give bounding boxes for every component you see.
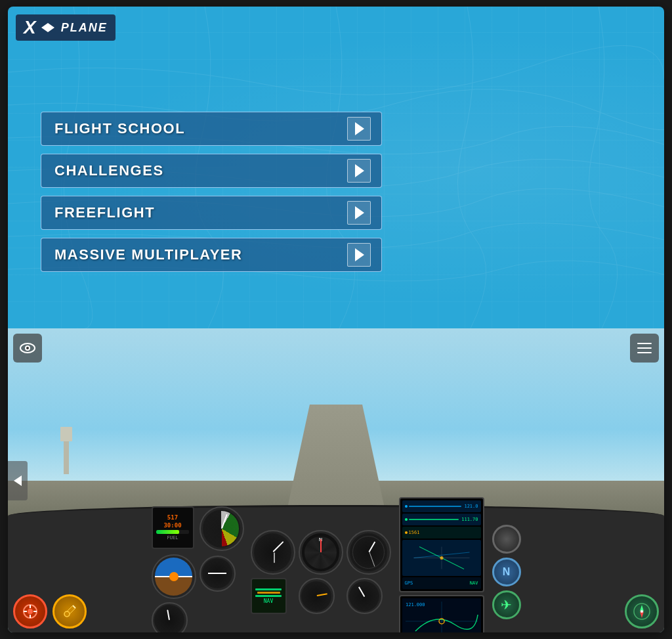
flight-school-arrow [347,117,371,141]
gps-display: 121.0 111.70 1561 [399,497,484,592]
gps-display-2: 121.000 GPS [399,595,484,632]
ham-line-1 [637,343,652,344]
alt-needle-2 [274,552,275,563]
app-container: X PLANE FLIGHT SCHOOL CHALLENGES [8,7,664,632]
tower-top [60,427,72,441]
gps-row-2: 111.70 [402,514,481,525]
ham-line-3 [637,352,652,353]
gps-map-area [402,540,481,576]
compass-n: N [503,566,511,578]
bottom-toolbar [13,594,87,628]
adf-needle [317,593,327,596]
cockpit-menu-button[interactable] [630,334,659,363]
fuel-display: 517 30:00 FUEL [152,506,194,549]
rpm-gauge [346,578,383,614]
settings-button[interactable] [52,594,87,628]
svg-text:121.000: 121.000 [406,602,425,607]
menu-panel: X PLANE FLIGHT SCHOOL CHALLENGES [8,7,664,328]
clock-face [352,536,385,569]
nav-display-1: NAV [251,578,287,614]
challenges-button[interactable]: CHALLENGES [41,154,382,188]
nav-knob-1[interactable] [492,525,521,554]
freeflight-label: FREEFLIGHT [54,204,155,221]
gps-row-4: GPS NAV [402,577,481,589]
main-menu: FLIGHT SCHOOL CHALLENGES FREEFLIGHT MASS… [41,112,382,272]
app-logo: X PLANE [16,14,116,41]
logo-plane-text: PLANE [61,21,108,35]
nav-line-2 [257,592,280,594]
tc-bar [208,573,226,574]
clock [346,530,391,575]
far-right-controls: N ✈ [492,525,521,619]
gps-freq-2: 111.70 [461,517,478,522]
nav-text-1: NAV [264,598,273,604]
freeflight-arrow [347,201,371,225]
hi-needle [320,539,322,552]
alt-inner [254,533,292,571]
adf-inner [301,581,331,611]
fuel-value-2: 30:00 [163,522,181,529]
gps-label-1: GPS [405,581,413,586]
gps-line-1 [409,506,462,507]
right-panel: 121.0 111.70 1561 [399,497,484,632]
ham-line-2 [637,347,652,349]
gps-dot-3 [405,531,408,534]
chevron-right-icon-4 [355,248,364,261]
clock-inner [350,533,388,571]
gps-svg-2: 121.000 GPS [402,598,481,632]
alt-needle-1 [272,541,284,552]
vs-inner [154,605,184,632]
gps-alt: 1561 [409,530,420,535]
compass-button[interactable] [625,594,659,628]
challenges-label: CHALLENGES [54,162,164,179]
back-arrow-button[interactable] [8,461,28,500]
chevron-right-icon-3 [355,206,364,219]
bottom-right-toolbar [625,594,659,628]
vertical-speed [152,602,188,632]
chevron-left-icon [14,475,22,486]
control-tower [60,427,72,474]
tower-body [64,441,69,474]
multiplayer-button[interactable]: MASSIVE MULTIPLAYER [41,238,382,272]
fuel-label: FUEL [167,535,178,540]
engine-fill-1 [156,530,179,534]
ati-center [169,572,178,581]
compass-btn-icon [633,602,651,621]
challenges-arrow [347,159,371,183]
visibility-button[interactable] [13,334,42,363]
heading-indicator: N [299,530,343,575]
flight-school-label: FLIGHT SCHOOL [54,120,185,137]
nav-line-3 [255,595,282,597]
gps-row-1: 121.0 [402,500,481,512]
attitude-indicator [152,554,196,599]
eye-icon [20,342,35,354]
compass-icon: ✈ [501,597,512,613]
gps-label-2: NAV [414,581,478,586]
multiplayer-arrow [347,243,371,267]
gps-line-2 [409,519,459,520]
chevron-right-icon-2 [355,164,364,177]
nav-knob-3[interactable]: ✈ [492,590,521,619]
svg-point-25 [640,610,643,613]
flight-school-button[interactable]: FLIGHT SCHOOL [41,112,382,146]
nav-knob-2[interactable]: N [492,558,521,586]
wrench-icon [61,603,78,620]
cockpit-dashboard: 517 30:00 FUEL [8,505,664,632]
gps-dot-2 [405,518,408,521]
svg-point-13 [26,347,29,349]
turn-coordinator [200,556,236,592]
ati-inner [155,558,193,596]
chevron-right-icon [355,122,364,135]
fuel-value-1: 517 [167,514,178,521]
hi-inner: N [302,533,340,571]
gps-dot-1 [405,505,408,508]
gps-map-svg [404,541,480,575]
cockpit-panel: 517 30:00 FUEL [8,328,664,632]
gps-freq-1: 121.0 [464,504,478,509]
airspeed-indicator [200,506,244,551]
logo-x-letter: X [24,18,36,37]
autopilot-button[interactable] [13,594,47,628]
adf-indicator [299,578,335,614]
freeflight-button[interactable]: FREEFLIGHT [41,196,382,230]
gps-row-3: 1561 [402,527,481,539]
